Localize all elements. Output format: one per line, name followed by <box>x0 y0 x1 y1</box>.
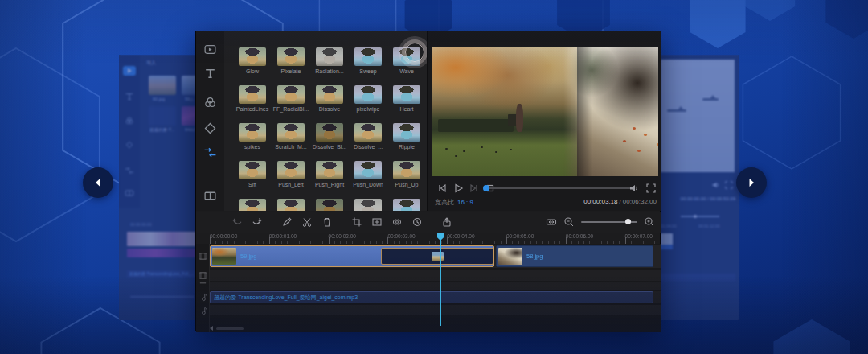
clip-thumbnail <box>498 248 522 265</box>
delete-button[interactable] <box>321 216 333 228</box>
transitions-grid: Glow Pixelate Radiation... Sweep Wave Pa… <box>224 31 427 211</box>
redo-button[interactable] <box>252 216 263 228</box>
crop-button[interactable] <box>351 216 362 228</box>
effect-label: Scratch_M... <box>272 144 310 150</box>
video-clip-58[interactable]: 58.jpg <box>496 245 653 267</box>
edit-button[interactable] <box>281 216 293 228</box>
effect-item[interactable] <box>310 199 349 211</box>
clip-label: 59.jpg <box>240 246 256 266</box>
effect-item[interactable]: Pixelate <box>272 47 310 75</box>
effect-item[interactable]: Wave <box>387 47 426 75</box>
effect-item[interactable]: Heart <box>387 85 426 113</box>
cut-button[interactable] <box>301 216 313 228</box>
effect-item[interactable]: Dissolve <box>310 85 349 113</box>
ruler-label: 00:00:01.00 <box>269 233 297 239</box>
effect-item[interactable]: Scratch_M... <box>272 123 310 150</box>
preview-progress-bar[interactable] <box>484 187 635 189</box>
effect-item[interactable]: FF_RadialBl... <box>272 85 310 113</box>
clip-label: 58.jpg <box>526 246 542 266</box>
timeline-ruler[interactable]: 00:00:00.00 00:00:01.00 00:00:02.00 00:0… <box>210 233 660 244</box>
ruler-label: 00:00:04.00 <box>447 233 474 239</box>
effect-item[interactable]: Dissolve_Bl... <box>310 123 349 150</box>
effect-item[interactable]: Sift <box>233 161 272 188</box>
aspect-ratio-value: 16 : 9 <box>457 199 473 206</box>
undo-button[interactable] <box>231 216 243 228</box>
next-slide-button[interactable] <box>736 167 767 198</box>
effect-label: pixelwipe <box>349 106 387 113</box>
previous-slide-button[interactable] <box>83 167 113 198</box>
volume-button[interactable] <box>628 183 640 194</box>
effect-item[interactable]: Push_Down <box>349 161 387 188</box>
audio-track-icon <box>199 293 207 302</box>
toolbar-left-group <box>231 212 452 233</box>
effect-label: Sweep <box>349 68 387 75</box>
aspect-ratio[interactable]: 宽高比16 : 9 <box>435 198 473 207</box>
effect-label: Dissolve_Bl... <box>310 144 349 150</box>
playhead[interactable] <box>440 234 441 326</box>
effect-thumbnail <box>239 199 266 211</box>
effect-item[interactable]: Radiation... <box>310 47 349 75</box>
effect-item[interactable]: Dissolve_... <box>349 123 387 150</box>
split-screen-icon[interactable] <box>203 189 217 203</box>
effects-icon[interactable] <box>203 96 217 109</box>
next-frame-button[interactable] <box>469 183 480 194</box>
effect-label: Glow <box>233 68 272 75</box>
play-button[interactable] <box>452 183 464 194</box>
audio-track-1[interactable]: 超越的爱-TranscendingLove_Full_爱给网_aigei_com… <box>210 291 661 303</box>
zoom-in-button[interactable] <box>644 216 655 228</box>
effect-label: FF_RadialBl... <box>272 106 310 113</box>
timeline-scrollbar[interactable] <box>210 326 244 331</box>
export-button[interactable] <box>441 216 452 228</box>
effect-item[interactable] <box>233 199 272 211</box>
effect-thumbnail <box>316 85 343 104</box>
effect-item[interactable]: Push_Left <box>272 161 310 188</box>
sidebar-divider <box>199 175 221 175</box>
speed-button[interactable] <box>411 216 423 228</box>
effect-label: Radiation... <box>310 68 349 75</box>
effect-item[interactable] <box>349 199 387 211</box>
effect-item[interactable]: pixelwipe <box>349 85 387 113</box>
preview-info-bar: 宽高比16 : 9 00:00:03.18/00:06:32.00 <box>435 198 657 207</box>
effect-item[interactable]: Push_Right <box>310 161 349 188</box>
effect-item[interactable]: PaintedLines <box>233 85 272 113</box>
video-clip-59[interactable]: 59.jpg <box>210 245 494 267</box>
ruler-label: 00:00:05.00 <box>506 233 534 239</box>
effect-item[interactable]: spikes <box>233 123 272 150</box>
media-icon[interactable] <box>203 43 217 56</box>
elements-icon[interactable] <box>203 121 217 135</box>
mask-button[interactable] <box>391 216 403 228</box>
left-arrow-icon <box>92 177 104 188</box>
video-track-1[interactable]: 59.jpg 58.jpg <box>210 245 661 268</box>
fit-timeline-button[interactable] <box>546 216 557 228</box>
audio-track-2[interactable] <box>210 305 661 315</box>
video-track-2[interactable] <box>210 270 661 281</box>
effect-label: Push_Left <box>272 182 310 188</box>
effect-thumbnail <box>393 47 420 66</box>
ruler-label: 00:00:07.00 <box>625 233 653 239</box>
effect-item[interactable]: Push_Up <box>387 161 426 188</box>
progress-handle[interactable] <box>483 185 489 191</box>
titles-icon[interactable] <box>203 67 217 80</box>
previous-frame-button[interactable] <box>436 183 448 194</box>
effect-thumbnail <box>239 85 266 104</box>
fullscreen-button[interactable] <box>645 183 657 194</box>
effect-thumbnail <box>277 161 305 179</box>
scrollbar-thumb[interactable] <box>216 327 244 330</box>
text-track[interactable] <box>210 282 661 290</box>
zoom-slider[interactable] <box>581 221 637 223</box>
effect-item[interactable]: Ripple <box>387 123 426 150</box>
preview-right-controls <box>628 183 657 194</box>
effect-item[interactable] <box>272 199 310 211</box>
effect-item[interactable]: Sweep <box>349 47 387 75</box>
pan-zoom-button[interactable] <box>371 216 383 228</box>
ruler-label: 00:00:06.00 <box>566 233 593 239</box>
zoom-out-button[interactable] <box>563 216 575 228</box>
clip-thumbnail <box>212 248 236 265</box>
audio-clip[interactable]: 超越的爱-TranscendingLove_Full_爱给网_aigei_com… <box>210 291 653 303</box>
effect-item[interactable] <box>387 199 426 211</box>
effect-label: Dissolve_... <box>349 144 387 150</box>
zoom-slider-handle[interactable] <box>625 219 631 224</box>
transitions-icon[interactable] <box>203 146 217 159</box>
transition-clip[interactable] <box>381 248 493 265</box>
effect-item[interactable]: Glow <box>233 47 272 75</box>
